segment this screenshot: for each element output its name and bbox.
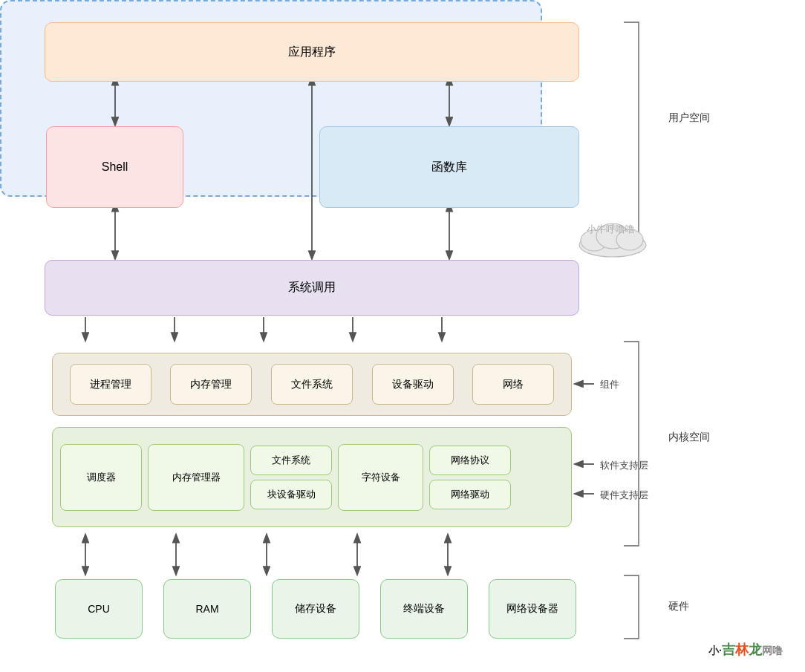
userspace-label: 用户空间: [668, 111, 710, 125]
sw-chardev: 字符设备: [338, 444, 423, 511]
logo-neng: 噜: [772, 645, 783, 656]
hw-row: CPU RAM 储存设备 终端设备 网络设备器: [45, 575, 587, 642]
components-row: 进程管理 内存管理 文件系统 设备驱动 网络: [52, 353, 572, 416]
kernelspace-bracket-svg: [616, 338, 661, 553]
hardware-bracket-svg: [616, 572, 661, 646]
shell-box: Shell: [46, 126, 183, 208]
hw-netdev: 网络设备器: [489, 579, 576, 639]
sw-netprot: 网络协议: [429, 446, 511, 475]
cloud-label: 小牛呼噜噜: [587, 223, 635, 236]
logo-long: 龙: [749, 642, 762, 657]
logo-xiao: 小·: [708, 645, 722, 656]
sw-net-group: 网络协议 网络驱动: [429, 446, 511, 509]
diagram: 应用程序 Shell 函数库 系统调用 进程管理 内存管理 文件系统 设备驱动 …: [0, 0, 805, 672]
hw-ram: RAM: [163, 579, 251, 639]
app-label: 应用程序: [288, 45, 336, 60]
comp-filesystem: 文件系统: [271, 364, 353, 405]
logo-net: 网: [762, 645, 772, 656]
hw-terminal: 终端设备: [380, 579, 468, 639]
sw-fs-group: 文件系统 块设备驱动: [250, 446, 332, 509]
sw-scheduler: 调度器: [60, 444, 142, 511]
comp-process: 进程管理: [70, 364, 151, 405]
syscall-label: 系统调用: [288, 280, 336, 296]
app-box: 应用程序: [45, 22, 579, 82]
sw-memmanager: 内存管理器: [148, 444, 244, 511]
kernelspace-label: 内核空间: [668, 431, 710, 444]
hw-cpu: CPU: [55, 579, 143, 639]
hardwarelayer-label: 硬件支持层: [600, 489, 648, 502]
comp-network: 网络: [472, 364, 554, 405]
lib-label: 函数库: [431, 160, 467, 175]
logo-ji: 吉: [722, 642, 735, 657]
software-row: 调度器 内存管理器 文件系统 块设备驱动 字符设备 网络协议 网络驱动: [52, 427, 572, 527]
logo-lin: 林: [735, 642, 749, 657]
hw-storage: 储存设备: [272, 579, 359, 639]
logo: 小·吉林龙网噜: [708, 641, 783, 659]
sw-filesystem: 文件系统: [250, 446, 332, 475]
shell-label: Shell: [102, 160, 128, 174]
sw-netdrv: 网络驱动: [429, 480, 511, 509]
sw-blockdev: 块设备驱动: [250, 480, 332, 509]
softwarelayer-label: 软件支持层: [600, 459, 648, 472]
lib-box: 函数库: [319, 126, 579, 208]
comp-memory: 内存管理: [170, 364, 252, 405]
hardware-label: 硬件: [668, 600, 689, 613]
components-label: 组件: [600, 378, 619, 391]
syscall-box: 系统调用: [45, 260, 579, 316]
comp-device: 设备驱动: [372, 364, 454, 405]
